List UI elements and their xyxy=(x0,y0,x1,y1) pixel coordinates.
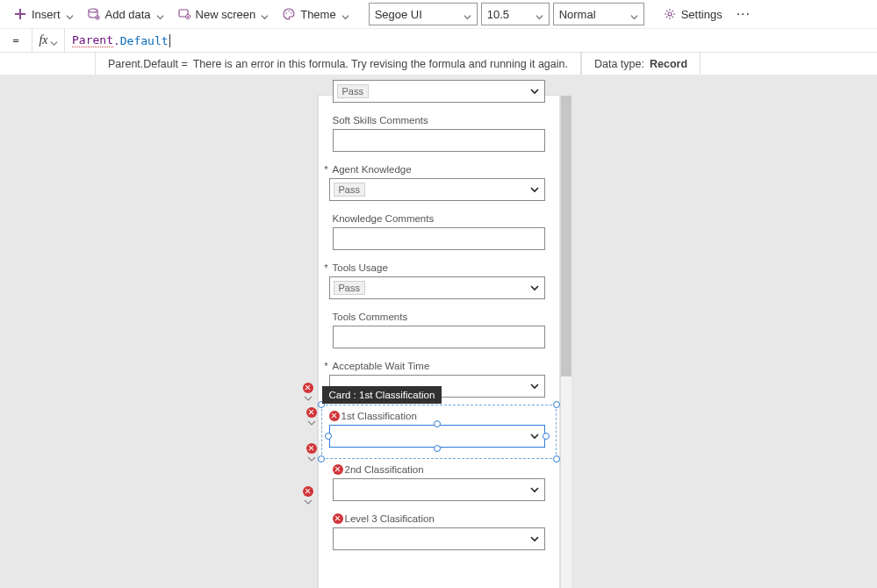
chevron-down-icon xyxy=(261,11,269,18)
chevron-down-icon[interactable] xyxy=(307,418,315,426)
insert-button[interactable]: Insert xyxy=(9,4,79,25)
card-label-row: *Tools Usage xyxy=(329,262,545,273)
more-button[interactable]: ··· xyxy=(731,6,756,22)
font-select[interactable]: Segoe UI xyxy=(369,3,478,25)
formula-error-box: Parent.Default = There is an error in th… xyxy=(95,53,581,75)
form-card[interactable]: Knowledge Comments xyxy=(319,208,559,257)
add-data-label: Add data xyxy=(105,8,151,21)
chevron-down-icon[interactable] xyxy=(304,497,312,505)
form-card[interactable]: *Tools UsagePass xyxy=(319,257,559,306)
card-label: 2nd Classification xyxy=(345,464,424,475)
error-icon xyxy=(333,513,343,524)
card-label: Knowledge Comments xyxy=(333,213,435,224)
card-label: Level 3 Clasification xyxy=(345,513,435,524)
required-asterisk: * xyxy=(324,164,329,175)
equals-box: = xyxy=(0,29,32,52)
chevron-down-icon xyxy=(528,484,541,496)
error-icon xyxy=(306,443,317,454)
formula-info-bar: Parent.Default = There is an error in th… xyxy=(95,53,877,76)
insert-label: Insert xyxy=(32,8,61,21)
gear-icon xyxy=(664,8,676,20)
chevron-down-icon xyxy=(341,11,349,18)
card-label-row: Tools Comments xyxy=(333,312,545,322)
font-size-select[interactable]: 10.5 xyxy=(481,3,550,25)
dropdown-field[interactable] xyxy=(333,527,545,550)
selection-handle[interactable] xyxy=(434,420,441,427)
card-label-row: *Acceptable Wait Time xyxy=(329,361,545,371)
error-icon xyxy=(306,407,317,418)
form-card-selected[interactable]: 1st ClassificationCard : 1st Classificat… xyxy=(321,405,557,459)
selection-handle[interactable] xyxy=(434,445,441,452)
font-size-value: 10.5 xyxy=(487,8,509,21)
canvas[interactable]: PassSoft Skills Comments*Agent Knowledge… xyxy=(0,75,877,588)
error-icon xyxy=(329,411,340,421)
chevron-down-icon[interactable] xyxy=(307,454,315,462)
card-label-row: 2nd Classification xyxy=(333,464,545,475)
error-icon xyxy=(333,464,343,475)
scrollbar[interactable] xyxy=(561,96,571,588)
card-label: Agent Knowledge xyxy=(333,164,412,175)
form-surface[interactable]: PassSoft Skills Comments*Agent Knowledge… xyxy=(318,96,560,588)
card-label: Tools Comments xyxy=(333,312,408,322)
text-caret xyxy=(169,34,170,47)
formula-object: Parent xyxy=(72,33,113,47)
font-weight-select[interactable]: Normal xyxy=(553,3,644,25)
selection-handle[interactable] xyxy=(553,401,560,408)
card-label-row: *Agent Knowledge xyxy=(329,164,545,175)
data-type-value: Record xyxy=(650,58,687,70)
card-label-row: Soft Skills Comments xyxy=(333,115,545,125)
chevron-down-icon xyxy=(528,430,541,442)
form-card[interactable]: Tools Comments xyxy=(319,306,559,355)
required-asterisk: * xyxy=(324,262,329,273)
dropdown-field[interactable]: Pass xyxy=(329,178,545,201)
field-value: Pass xyxy=(334,183,365,197)
required-asterisk: * xyxy=(324,361,329,371)
form-card[interactable]: *Agent KnowledgePass xyxy=(319,159,559,208)
chevron-down-icon xyxy=(528,183,541,196)
field-value: Pass xyxy=(337,84,369,98)
formula-property: Default xyxy=(120,34,169,47)
fx-box[interactable]: fx xyxy=(32,29,65,52)
dropdown-field[interactable]: Pass xyxy=(333,80,545,103)
card-label: 1st Classification xyxy=(341,411,417,421)
theme-button[interactable]: Theme xyxy=(277,4,354,25)
data-type-label: Data type: xyxy=(594,58,644,70)
svg-point-2 xyxy=(89,9,97,12)
text-field[interactable] xyxy=(333,227,545,250)
database-icon xyxy=(88,8,100,20)
theme-icon xyxy=(283,8,295,20)
chevron-down-icon xyxy=(156,11,164,18)
form-card[interactable]: Soft Skills Comments xyxy=(319,110,559,159)
chevron-down-icon xyxy=(528,380,541,392)
card-label: Tools Usage xyxy=(333,262,388,273)
form-card[interactable]: 2nd Classification xyxy=(319,459,559,508)
field-value: Pass xyxy=(334,281,365,295)
chevron-down-icon xyxy=(536,11,543,18)
new-screen-button[interactable]: New screen xyxy=(173,4,275,25)
svg-rect-1 xyxy=(15,13,25,15)
formula-error-prefix: Parent.Default = xyxy=(108,58,188,70)
form-card[interactable]: Level 3 Clasification xyxy=(319,508,559,557)
text-field[interactable] xyxy=(333,326,545,348)
theme-label: Theme xyxy=(300,8,335,21)
selection-handle[interactable] xyxy=(543,433,550,440)
dropdown-field[interactable] xyxy=(333,478,545,501)
card-label: Soft Skills Comments xyxy=(333,115,428,125)
chevron-down-icon xyxy=(50,37,58,45)
chevron-down-icon[interactable] xyxy=(304,393,312,401)
add-data-button[interactable]: Add data xyxy=(83,4,169,25)
settings-button[interactable]: Settings xyxy=(658,4,728,25)
scroll-thumb[interactable] xyxy=(561,96,571,376)
form-card[interactable]: Pass xyxy=(319,75,559,110)
formula-input[interactable]: Parent.Default xyxy=(65,29,877,52)
selection-handle[interactable] xyxy=(325,433,332,440)
toolbar: Insert Add data New screen Theme S xyxy=(0,0,877,29)
svg-point-6 xyxy=(285,12,287,14)
new-screen-label: New screen xyxy=(196,8,256,21)
dropdown-field[interactable]: Pass xyxy=(329,276,545,299)
chevron-down-icon xyxy=(528,533,541,545)
card-label: Acceptable Wait Time xyxy=(333,361,430,371)
chevron-down-icon xyxy=(464,11,471,18)
font-weight-value: Normal xyxy=(559,8,596,21)
text-field[interactable] xyxy=(333,129,545,152)
